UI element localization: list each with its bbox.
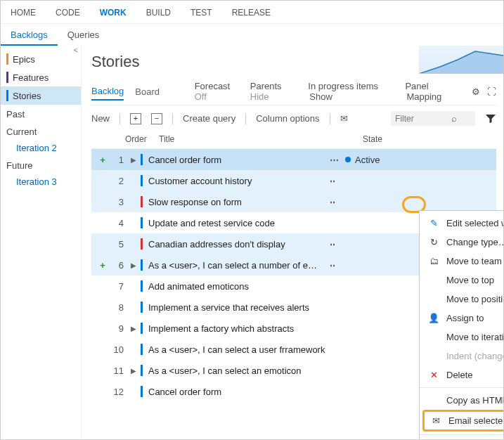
row-title[interactable]: Cancel order form	[148, 387, 330, 397]
subnav-backlogs[interactable]: Backlogs	[1, 25, 58, 46]
filter-input[interactable]	[395, 114, 451, 124]
delete-icon: ✕	[428, 370, 439, 380]
work-item-type-icon	[141, 217, 143, 228]
ellipsis-icon[interactable]: ⋯	[330, 155, 345, 165]
row-title[interactable]: Slow response on form	[148, 197, 330, 207]
epics-icon	[6, 53, 8, 65]
panel-toggle[interactable]: Panel Mapping	[405, 81, 460, 102]
menu-move-to-iteration[interactable]: Move to iteration▸	[420, 328, 503, 347]
menu-email-selected[interactable]: ✉Email selected work item(s)…	[422, 410, 503, 432]
row-order: 10	[108, 344, 131, 355]
menu-separator	[420, 387, 503, 388]
top-nav: HOME CODE WORK BUILD TEST RELEASE	[1, 1, 503, 24]
ellipsis-icon[interactable]: ⋅⋅	[330, 197, 345, 207]
sidebar-group-current[interactable]: Current	[1, 122, 81, 140]
filter-funnel-icon[interactable]	[485, 113, 496, 124]
sidebar: < Epics Features Stories Past Current It…	[1, 46, 82, 440]
row-order: 4	[108, 218, 131, 228]
add-child-icon[interactable]: +	[97, 260, 108, 271]
search-icon[interactable]: ⌕	[451, 113, 457, 124]
menu-delete[interactable]: ✕Delete	[420, 365, 503, 384]
topnav-work[interactable]: WORK	[90, 5, 136, 20]
swap-icon: ↻	[428, 237, 439, 247]
parents-toggle[interactable]: Parents Hide	[250, 81, 297, 102]
sidebar-item-features[interactable]: Features	[1, 68, 81, 86]
row-title[interactable]: Add animated emoticons	[148, 281, 330, 292]
grid-header: Order Title State	[91, 131, 496, 149]
sidebar-label: Stories	[13, 91, 41, 101]
chevron-right-icon[interactable]: ▶	[131, 156, 141, 164]
column-state[interactable]: State	[363, 134, 419, 144]
work-item-type-icon	[141, 386, 143, 397]
expand-all-icon[interactable]: +	[130, 113, 141, 124]
collapse-sidebar-icon[interactable]: <	[74, 46, 78, 54]
email-icon[interactable]: ✉	[340, 113, 348, 124]
state-bullet-icon	[345, 157, 351, 162]
collapse-all-icon[interactable]: −	[151, 113, 162, 124]
sidebar-iteration-3[interactable]: Iteration 3	[1, 174, 81, 190]
work-item-type-icon	[141, 154, 143, 165]
table-row[interactable]: +2▶Customer account history⋅⋅	[91, 170, 496, 191]
cumulative-flow-chart[interactable]	[419, 46, 503, 74]
sidebar-label: Features	[13, 72, 49, 83]
topnav-test[interactable]: TEST	[181, 5, 222, 20]
topnav-code[interactable]: CODE	[46, 5, 90, 20]
tab-board[interactable]: Board	[135, 84, 160, 100]
row-title[interactable]: Canadian addresses don't display	[148, 239, 330, 250]
svg-marker-0	[419, 51, 503, 74]
ellipsis-icon[interactable]: ⋅⋅	[330, 176, 345, 186]
subnav-queries[interactable]: Queries	[58, 25, 110, 46]
row-title[interactable]: Implement a service that receives alerts	[148, 302, 330, 313]
create-query-button[interactable]: Create query	[183, 113, 235, 124]
fullscreen-icon[interactable]: ⛶	[487, 86, 496, 97]
inprogress-toggle[interactable]: In progress items Show	[308, 81, 394, 102]
menu-indent: Indent (change parent)	[420, 347, 503, 365]
menu-move-team-project[interactable]: 🗂Move to team project…	[420, 252, 503, 271]
row-title[interactable]: As a <user>, I can select a user frramew…	[148, 344, 330, 355]
sidebar-group-past[interactable]: Past	[1, 105, 81, 122]
menu-change-type[interactable]: ↻Change type…	[420, 233, 503, 252]
row-title[interactable]: Cancel order form	[148, 155, 330, 165]
table-row[interactable]: +3▶Slow response on form⋅⋅	[91, 191, 496, 212]
row-title[interactable]: As a <user>, I can select a number of e…	[148, 260, 330, 271]
row-order: 6	[108, 260, 131, 271]
ellipsis-icon[interactable]: ⋅⋅	[330, 260, 345, 271]
ellipsis-icon[interactable]: ⋅⋅	[330, 239, 345, 250]
row-order: 9	[108, 323, 131, 334]
sidebar-item-stories[interactable]: Stories	[1, 86, 81, 105]
work-item-type-icon	[141, 175, 143, 186]
row-order: 12	[108, 387, 131, 397]
chevron-right-icon[interactable]: ▶	[131, 325, 141, 332]
row-title[interactable]: Implement a factory which abstracts	[148, 323, 330, 334]
column-title[interactable]: Title	[159, 134, 363, 144]
menu-copy-as-html[interactable]: Copy as HTML	[420, 391, 503, 410]
sidebar-iteration-2[interactable]: Iteration 2	[1, 140, 81, 156]
work-item-type-icon	[141, 196, 143, 207]
menu-edit-selected[interactable]: ✎Edit selected work item(s)…	[420, 214, 503, 233]
chevron-right-icon[interactable]: ▶	[131, 367, 141, 375]
pencil-icon: ✎	[428, 218, 439, 228]
topnav-build[interactable]: BUILD	[136, 5, 181, 20]
sub-nav: Backlogs Queries	[1, 24, 503, 46]
view-tabs: Backlog Board Forecast Off Parents Hide …	[91, 78, 496, 105]
new-button[interactable]: New	[91, 113, 110, 124]
menu-move-to-top[interactable]: Move to top	[420, 271, 503, 290]
row-title[interactable]: Update and retest service code	[148, 218, 330, 228]
column-options-button[interactable]: Column options	[256, 113, 319, 124]
row-title[interactable]: As a <user>, I can select an emoticon	[148, 365, 330, 376]
row-title[interactable]: Customer account history	[148, 176, 330, 186]
add-child-icon[interactable]: +	[97, 155, 108, 165]
menu-move-to-position[interactable]: Move to position…	[420, 290, 503, 309]
chevron-right-icon[interactable]: ▶	[131, 261, 141, 269]
column-order[interactable]: Order	[125, 134, 159, 144]
topnav-release[interactable]: RELEASE	[222, 5, 280, 20]
sidebar-item-epics[interactable]: Epics	[1, 50, 81, 68]
sidebar-group-future[interactable]: Future	[1, 156, 81, 174]
menu-assign-to[interactable]: 👤Assign to▸	[420, 309, 503, 328]
filter-box[interactable]: ⌕	[391, 111, 475, 126]
table-row[interactable]: +1▶Cancel order form⋯Active	[91, 149, 496, 170]
topnav-home[interactable]: HOME	[1, 5, 46, 20]
tab-backlog[interactable]: Backlog	[91, 83, 124, 101]
gear-icon[interactable]: ⚙	[472, 86, 480, 97]
forecast-toggle[interactable]: Forecast Off	[195, 81, 239, 102]
